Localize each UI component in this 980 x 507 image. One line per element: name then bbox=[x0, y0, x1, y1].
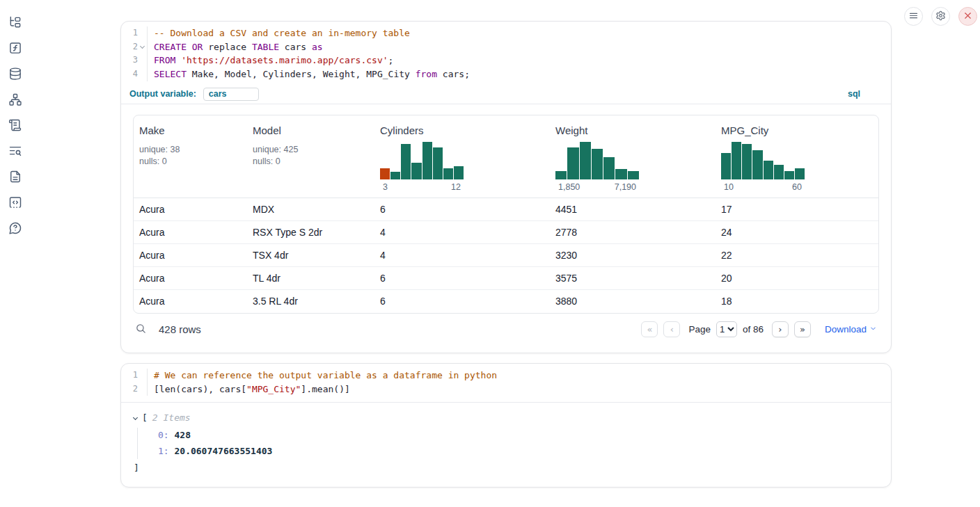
sql-cell: 1-- Download a CSV and create an in-memo… bbox=[120, 21, 892, 353]
table-row[interactable]: AcuraTL 4dr6357520 bbox=[134, 267, 878, 290]
code-text: FROM 'https://datasets.marimo.app/cars.c… bbox=[147, 54, 393, 67]
line-number: 2 bbox=[121, 383, 138, 396]
sidebar-item-variables[interactable] bbox=[8, 41, 23, 56]
download-button[interactable]: Download bbox=[825, 324, 877, 335]
table-row[interactable]: AcuraTSX 4dr4323022 bbox=[134, 244, 878, 267]
sql-cell-output: Makeunique: 38nulls: 0Modelunique: 425nu… bbox=[121, 104, 891, 353]
histogram-bar bbox=[443, 168, 453, 179]
column-stats: unique: 425nulls: 0 bbox=[253, 144, 369, 168]
code-line[interactable]: 1# We can reference the output variable … bbox=[121, 369, 891, 383]
code-line[interactable]: 2CREATE OR replace TABLE cars as bbox=[121, 40, 891, 54]
table-cell: Acura bbox=[134, 296, 247, 307]
line-number: 2 bbox=[121, 40, 138, 54]
last-page-button[interactable]: » bbox=[794, 321, 811, 337]
scroll-icon bbox=[8, 118, 22, 134]
table-row[interactable]: AcuraMDX6445117 bbox=[134, 198, 878, 221]
sidebar-item-scratchpad[interactable] bbox=[8, 118, 23, 134]
page-select[interactable]: 1 bbox=[716, 321, 737, 337]
column-histogram[interactable]: 1060 bbox=[721, 141, 805, 192]
sidebar-item-logs[interactable] bbox=[8, 144, 23, 159]
histogram-bars bbox=[555, 141, 639, 179]
line-number: 1 bbox=[121, 369, 138, 383]
table-cell: Acura bbox=[134, 250, 247, 261]
histogram-bar bbox=[422, 142, 432, 179]
fold-chevron-icon[interactable] bbox=[138, 40, 147, 54]
table-cell: Acura bbox=[134, 204, 247, 215]
histogram-bar bbox=[774, 165, 784, 179]
chevron-down-icon[interactable] bbox=[133, 415, 138, 420]
code-line[interactable]: 2[len(cars), cars["MPG_City"].mean()] bbox=[121, 383, 891, 396]
table-cell: 4451 bbox=[550, 204, 716, 215]
output-variable-label: Output variable: bbox=[129, 89, 196, 99]
code-line[interactable]: 3FROM 'https://datasets.marimo.app/cars.… bbox=[121, 54, 891, 67]
code-line[interactable]: 1-- Download a CSV and create an in-memo… bbox=[121, 26, 891, 40]
next-page-button[interactable]: › bbox=[772, 321, 789, 337]
column-title: Model bbox=[253, 124, 369, 136]
histogram-bar bbox=[580, 142, 591, 179]
column-title: Cylinders bbox=[380, 124, 544, 136]
database-icon bbox=[8, 67, 22, 83]
tree-entry-value: 20.060747663551403 bbox=[169, 446, 273, 456]
table-cell: 2778 bbox=[550, 227, 716, 238]
table-cell: 4 bbox=[374, 250, 550, 261]
table-cell: 6 bbox=[374, 204, 550, 215]
table-cell: 3230 bbox=[550, 250, 716, 261]
sidebar-item-snippets[interactable] bbox=[8, 195, 23, 211]
column-histogram[interactable]: 1,8507,190 bbox=[555, 141, 639, 192]
histogram-bar bbox=[732, 142, 741, 179]
tree-root-row[interactable]: [ 2 Items bbox=[134, 412, 891, 423]
fold-gutter bbox=[138, 383, 147, 396]
table-cell: 3.5 RL 4dr bbox=[247, 296, 374, 307]
python-code-editor[interactable]: 1# We can reference the output variable … bbox=[121, 364, 891, 399]
search-icon bbox=[135, 323, 147, 337]
fold-gutter bbox=[138, 369, 147, 383]
table-row[interactable]: AcuraRSX Type S 2dr4277824 bbox=[134, 221, 878, 244]
topbar-actions bbox=[904, 7, 977, 26]
sql-code-editor[interactable]: 1-- Download a CSV and create an in-memo… bbox=[121, 22, 891, 85]
close-icon bbox=[963, 10, 973, 23]
pagination: « ‹ Page 1 of 86 › » Download bbox=[641, 321, 877, 337]
open-bracket: [ bbox=[142, 412, 148, 423]
help-bubble-icon bbox=[8, 221, 22, 237]
table-cell: Acura bbox=[134, 227, 247, 238]
histogram-bar bbox=[742, 144, 752, 179]
sidebar-item-file-explorer[interactable] bbox=[8, 15, 23, 31]
prev-page-button[interactable]: ‹ bbox=[663, 321, 680, 337]
function-square-icon bbox=[8, 41, 22, 57]
shutdown-button[interactable] bbox=[958, 7, 977, 26]
table-cell: 3575 bbox=[550, 273, 716, 284]
histogram-bar bbox=[615, 169, 626, 179]
table-cell: 24 bbox=[716, 227, 878, 238]
code-text: -- Download a CSV and create an in-memor… bbox=[147, 26, 410, 40]
tree-entry: 0: 428 bbox=[158, 428, 891, 444]
code-text: [len(cars), cars["MPG_City"].mean()] bbox=[147, 383, 350, 396]
gear-icon bbox=[935, 10, 946, 23]
output-variable-input[interactable] bbox=[203, 88, 259, 101]
menu-button[interactable] bbox=[904, 7, 923, 26]
histogram-bar bbox=[752, 150, 762, 179]
sidebar-item-dependency-graph[interactable] bbox=[8, 92, 23, 108]
histogram-bar bbox=[603, 157, 615, 179]
table-cell: Acura bbox=[134, 273, 247, 284]
column-title: MPG_City bbox=[721, 124, 873, 136]
table-row[interactable]: Acura3.5 RL 4dr6388018 bbox=[134, 290, 878, 313]
fold-gutter bbox=[138, 54, 147, 67]
histogram-axis-labels: 312 bbox=[380, 182, 464, 192]
table-cell: RSX Type S 2dr bbox=[247, 227, 374, 238]
settings-button[interactable] bbox=[931, 7, 950, 26]
tree-entries: 0: 4281: 20.060747663551403 bbox=[137, 428, 891, 459]
python-cell: 1# We can reference the output variable … bbox=[120, 363, 892, 488]
first-page-button[interactable]: « bbox=[641, 321, 658, 337]
sidebar-item-datasources[interactable] bbox=[8, 67, 23, 82]
histogram-bar bbox=[764, 161, 773, 179]
column-histogram[interactable]: 312 bbox=[380, 141, 464, 192]
sidebar-item-documentation[interactable] bbox=[8, 170, 23, 185]
sidebar-item-help[interactable] bbox=[8, 221, 23, 236]
search-button[interactable] bbox=[135, 323, 147, 337]
histogram-bar bbox=[628, 171, 639, 179]
table-cell: TL 4dr bbox=[247, 273, 374, 284]
notebook: 1-- Download a CSV and create an in-memo… bbox=[120, 21, 892, 488]
table-cell: 18 bbox=[716, 296, 878, 307]
code-line[interactable]: 4SELECT Make, Model, Cylinders, Weight, … bbox=[121, 67, 891, 81]
python-output-tree: [ 2 Items 0: 4281: 20.060747663551403 ] bbox=[121, 403, 891, 487]
